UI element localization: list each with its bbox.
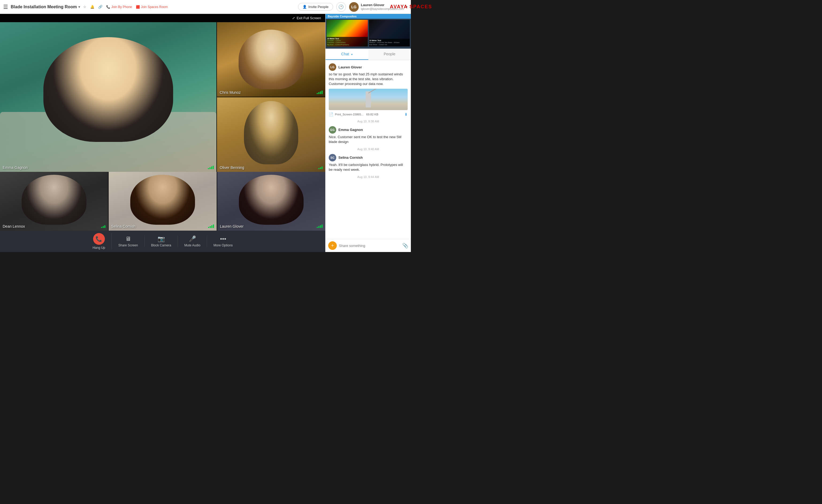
block-camera-button[interactable]: 📷 Block Camera: [145, 235, 178, 247]
chat-message-3: Yeah. It'll be carbon/glass hybrid. Prot…: [329, 162, 408, 172]
bottom-bar: 📞 Hang Up 🖥 Share Screen 📷 Block Camera …: [0, 231, 325, 252]
right-sidebar: Bayside Composites 10 Meter Test Armadil…: [325, 14, 411, 252]
signal-bars-lauren: [317, 224, 323, 228]
tab-chat[interactable]: Chat ▾: [326, 49, 368, 60]
tab-chevron: ▾: [351, 53, 353, 56]
signal-bars-dean: [101, 225, 105, 228]
chat-sender-name-lauren: Lauren Glover: [338, 65, 362, 69]
share-screen-button[interactable]: 🖥 Share Screen: [112, 235, 144, 247]
chat-timestamp-3: Aug 10, 9:44 AM: [329, 175, 408, 179]
chat-sender-name-selina: Selina Cornish: [338, 156, 363, 160]
attachment-icon[interactable]: 📎: [402, 243, 408, 249]
participant-name-selina: Selina Cornish: [111, 224, 136, 228]
preview-map-1: 10 Meter Test Armadillo – CarbonColumbia…: [327, 20, 368, 46]
bell-icon[interactable]: 🔔: [90, 5, 94, 9]
sidebar-preview: Bayside Composites 10 Meter Test Armadil…: [326, 14, 411, 49]
download-icon[interactable]: ⬇: [404, 112, 408, 117]
mute-audio-icon: 🎤: [189, 235, 196, 242]
participant-name-dean: Dean Lennox: [3, 224, 25, 228]
sidebar-tabs: Chat ▾ People: [326, 49, 411, 60]
invite-people-button[interactable]: 👤 Invite People: [298, 3, 333, 11]
signal-bars-oliver: [318, 166, 323, 169]
participant-name-lauren: Lauren Glover: [220, 224, 244, 228]
top-bar-icons: ☆ 🔔 🔗 📞 Join By Phone 🟥 Join Spaces Room: [83, 5, 168, 9]
video-cell-oliver: Oliver Benning: [217, 97, 325, 172]
main-content: ⤢ Exit Full Screen Emma Gagnon: [0, 14, 411, 252]
participant-name-chris: Chris Munoz: [220, 90, 241, 95]
chat-timestamp-1: Aug 10, 9:38 AM: [329, 120, 408, 123]
chat-add-button[interactable]: +: [328, 241, 337, 250]
video-cell-lauren: Lauren Glover: [217, 172, 325, 231]
share-screen-icon: 🖥: [125, 235, 131, 242]
video-area: ⤢ Exit Full Screen Emma Gagnon: [0, 14, 325, 252]
video-cell-dean: Dean Lennox: [0, 172, 108, 231]
chat-message-2: Nice. Customer sent me OK to test the ne…: [329, 135, 408, 144]
mute-audio-button[interactable]: 🎤 Mute Audio: [178, 235, 207, 247]
room-title-chevron[interactable]: ▾: [78, 5, 80, 9]
signal-bars-emma: [208, 166, 214, 169]
file-size: 69.82 KB: [366, 113, 378, 116]
more-options-button[interactable]: ••• More Options: [207, 235, 239, 247]
signal-bars-chris: [317, 91, 323, 94]
chat-sender-name-emma: Emma Gagnon: [338, 128, 363, 132]
chat-area: LG Lauren Glover so far so good. We had …: [326, 60, 411, 239]
clock-icon: 🕐: [338, 4, 344, 9]
invite-icon: 👤: [303, 5, 307, 9]
preview-label-2: 10 Meter Test: [369, 39, 410, 42]
fullscreen-bar: ⤢ Exit Full Screen: [0, 14, 325, 22]
file-icon: 📄: [329, 112, 333, 117]
preview-map-2: 10 Meter Test Madison – University Test …: [369, 20, 410, 46]
participant-name-emma: Emma Gagnon: [3, 165, 28, 170]
sidebar-preview-header: Bayside Composites: [326, 14, 411, 19]
video-cell-emma: Emma Gagnon: [0, 22, 217, 172]
chat-sender-row-2: EG Emma Gagnon: [329, 126, 408, 134]
chat-sender-row-1: LG Lauren Glover: [329, 63, 408, 71]
chat-message-group-1: LG Lauren Glover so far so good. We had …: [329, 63, 408, 117]
chat-input-bar: + 📎: [326, 239, 411, 252]
room-title-area: Blade Installation Meeting Room ▾: [11, 5, 80, 9]
block-camera-icon: 📷: [157, 235, 165, 242]
signal-bars-selina: [208, 224, 214, 228]
fullscreen-icon: ⤢: [292, 16, 295, 20]
file-name: Print_Screen-15865...: [335, 113, 364, 116]
chat-image-preview: [329, 89, 408, 110]
chat-message-group-3: SC Selina Cornish Yeah. It'll be carbon/…: [329, 154, 408, 172]
preview-label-1: 10 Meter Test: [327, 37, 367, 40]
video-cell-selina: Selina Cornish: [109, 172, 217, 231]
hangup-icon: 📞: [93, 233, 105, 245]
top-bar: ☰ Blade Installation Meeting Room ▾ ☆ 🔔 …: [0, 0, 411, 14]
chat-file-row: 📄 Print_Screen-15865... 69.82 KB ⬇: [329, 112, 408, 117]
chat-timestamp-2: Aug 10, 9:40 AM: [329, 148, 408, 151]
hang-up-button[interactable]: 📞 Hang Up: [86, 233, 112, 250]
join-spaces-button[interactable]: 🟥 Join Spaces Room: [136, 5, 168, 9]
chat-avatar-emma: EG: [329, 126, 336, 134]
participant-name-oliver: Oliver Benning: [220, 165, 244, 170]
exit-fullscreen-button[interactable]: ⤢ Exit Full Screen: [292, 16, 321, 20]
chat-avatar-lauren: LG: [329, 63, 336, 71]
preview-content: 10 Meter Test Armadillo – CarbonColumbia…: [326, 19, 411, 48]
chat-message-group-2: EG Emma Gagnon Nice. Customer sent me OK…: [329, 126, 408, 144]
menu-icon[interactable]: ☰: [3, 4, 8, 10]
join-phone-button[interactable]: 📞 Join By Phone: [106, 5, 132, 9]
video-cell-chris: Chris Munoz: [217, 22, 325, 97]
link-icon[interactable]: 🔗: [98, 5, 102, 9]
chat-avatar-selina: SC: [329, 154, 336, 161]
room-title-text: Blade Installation Meeting Room: [11, 5, 77, 9]
more-options-icon: •••: [220, 235, 226, 242]
chat-message-1: so far so good. We had 25 mph sustained …: [329, 72, 408, 87]
avatar: LG: [349, 2, 359, 12]
tab-people[interactable]: People: [368, 49, 411, 60]
star-icon[interactable]: ☆: [83, 5, 86, 9]
chat-input[interactable]: [339, 244, 400, 248]
clock-button[interactable]: 🕐: [336, 2, 346, 12]
avaya-logo: AVAYA SPACES: [390, 4, 411, 10]
video-grid: Emma Gagnon Chris Munoz: [0, 22, 325, 172]
chat-sender-row-3: SC Selina Cornish: [329, 154, 408, 161]
